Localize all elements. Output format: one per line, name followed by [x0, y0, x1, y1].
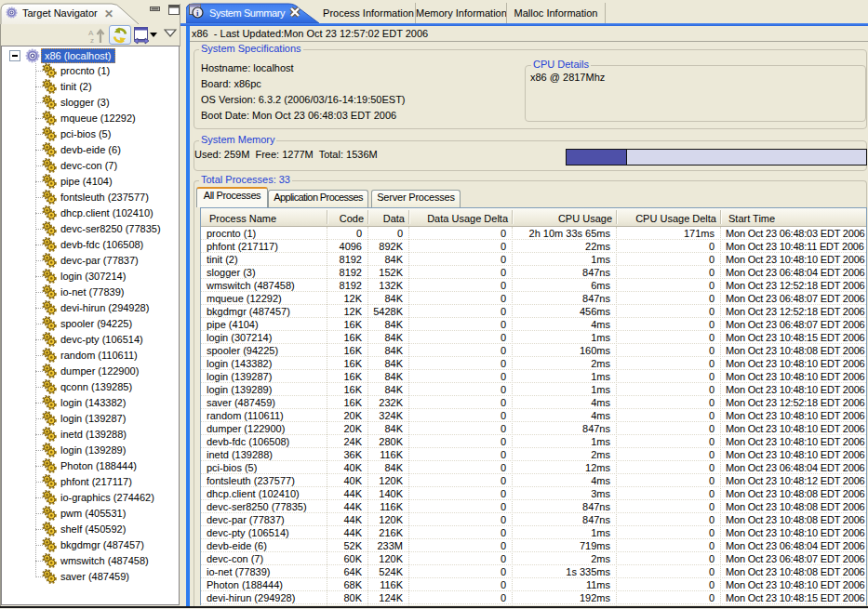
- svg-text:z: z: [90, 36, 94, 44]
